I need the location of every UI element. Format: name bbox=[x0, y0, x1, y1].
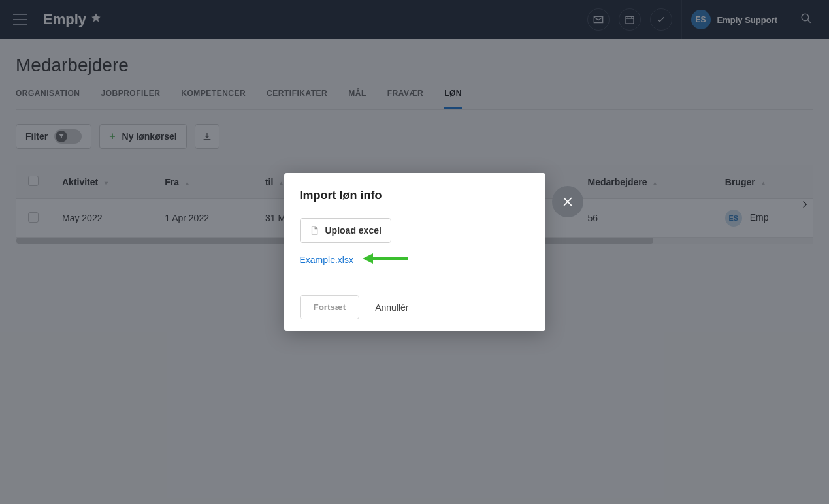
upload-label: Upload excel bbox=[325, 225, 382, 236]
cancel-button[interactable]: Annullér bbox=[375, 302, 408, 313]
upload-excel-button[interactable]: Upload excel bbox=[300, 218, 391, 243]
modal-title: Import løn info bbox=[300, 189, 530, 202]
file-icon bbox=[310, 225, 319, 236]
example-file-link[interactable]: Example.xlsx bbox=[300, 255, 353, 265]
modal-overlay[interactable]: Import løn info Upload excel Example.xls… bbox=[0, 0, 829, 504]
modal-footer: Fortsæt Annullér bbox=[284, 283, 545, 331]
import-payroll-modal: Import løn info Upload excel Example.xls… bbox=[284, 173, 545, 332]
modal-body: Upload excel Example.xlsx bbox=[284, 208, 545, 283]
close-icon bbox=[561, 195, 574, 208]
modal-header: Import løn info bbox=[284, 173, 545, 208]
continue-button[interactable]: Fortsæt bbox=[300, 295, 360, 319]
annotation-arrow-icon bbox=[363, 253, 408, 267]
modal-close-button[interactable] bbox=[552, 186, 583, 217]
modal-wrapper: Import løn info Upload excel Example.xls… bbox=[284, 173, 545, 332]
